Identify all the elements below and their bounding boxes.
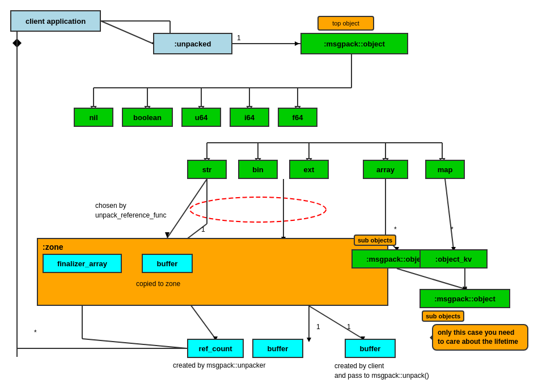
svg-marker-58 bbox=[307, 338, 311, 342]
msgpack-object-top-label: :msgpack::object bbox=[324, 40, 385, 48]
svg-point-35 bbox=[190, 197, 326, 222]
created-by-client-label: created by client and pass to msgpack::u… bbox=[334, 361, 429, 381]
nil-node: nil bbox=[74, 108, 113, 127]
svg-line-46 bbox=[445, 179, 454, 249]
array-node: array bbox=[363, 160, 408, 179]
svg-line-60 bbox=[309, 306, 363, 339]
svg-marker-10 bbox=[295, 41, 299, 46]
copied-to-zone-label: copied to zone bbox=[136, 280, 180, 288]
buffer-bottom1-node: buffer bbox=[252, 339, 303, 358]
mult-1d: 1 bbox=[201, 225, 205, 233]
svg-line-48 bbox=[397, 269, 465, 289]
diagram-container: { "title": "msgpack object lifetime diag… bbox=[0, 0, 538, 392]
mult-1: 1 bbox=[237, 34, 241, 42]
client-application-node: client application bbox=[10, 10, 101, 32]
object-kv-node: :object_kv bbox=[420, 249, 488, 269]
ref-count-node: ref_count bbox=[187, 339, 244, 358]
speech-bubble: only this case you need to care about th… bbox=[432, 324, 528, 351]
map-node: map bbox=[425, 160, 465, 179]
chosen-by-label: chosen by unpack_reference_func bbox=[95, 201, 166, 220]
top-object-label: top object bbox=[317, 16, 374, 31]
mult-1b: 1 bbox=[316, 323, 320, 331]
zone-label: :zone bbox=[43, 242, 63, 252]
mult-star: * bbox=[34, 329, 37, 336]
mult-star2: * bbox=[394, 225, 397, 233]
mult-star3: * bbox=[451, 225, 454, 233]
unpacked-label: :unpacked bbox=[174, 40, 211, 48]
boolean-node: boolean bbox=[122, 108, 173, 127]
f64-node: f64 bbox=[278, 108, 317, 127]
msgpack-object-3-node: :msgpack::object bbox=[420, 289, 510, 308]
unpacked-node: :unpacked bbox=[153, 33, 232, 54]
buffer-zone-node: buffer bbox=[142, 254, 193, 273]
sub-objects-2-label: sub objects bbox=[422, 310, 464, 322]
buffer-bottom2-node: buffer bbox=[345, 339, 396, 358]
str-node: str bbox=[187, 160, 227, 179]
svg-line-0 bbox=[101, 21, 153, 44]
sub-objects-1-label: sub objects bbox=[354, 235, 396, 246]
bin-node: bin bbox=[238, 160, 278, 179]
svg-marker-2 bbox=[12, 39, 22, 48]
svg-line-54 bbox=[82, 339, 187, 348]
msgpack-object-top-node: :msgpack::object bbox=[300, 33, 408, 54]
finalizer-array-node: finalizer_array bbox=[43, 254, 122, 273]
svg-marker-37 bbox=[165, 232, 170, 238]
ext-node: ext bbox=[289, 160, 329, 179]
mult-1c: 1 bbox=[347, 323, 351, 331]
created-by-unpacker-label: created by msgpack::unpacker bbox=[173, 361, 265, 369]
i64-node: i64 bbox=[230, 108, 269, 127]
client-application-label: client application bbox=[26, 17, 86, 25]
u64-node: u64 bbox=[181, 108, 221, 127]
